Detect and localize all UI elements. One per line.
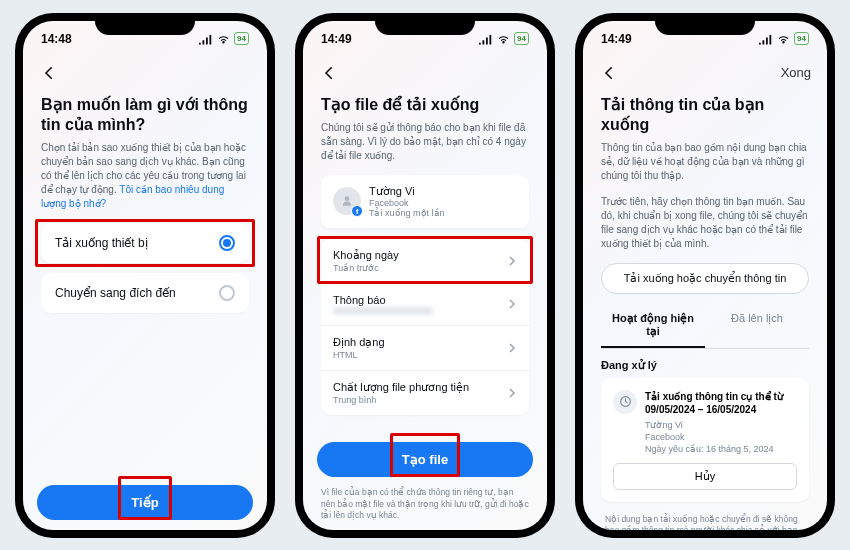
row-value (333, 307, 433, 315)
tab-bar: Hoạt động hiện tại Đã lên lịch (601, 304, 809, 349)
nav-bar (303, 57, 547, 87)
clock-icon (613, 390, 637, 414)
profile-platform: Facebook (369, 198, 445, 208)
option-label: Chuyển sang đích đến (55, 286, 176, 300)
row-label: Thông báo (333, 294, 433, 306)
page-description: Chúng tôi sẽ gửi thông báo cho bạn khi f… (321, 121, 529, 163)
status-time: 14:49 (601, 32, 632, 46)
profile-row[interactable]: f Tường Vi Facebook Tải xuống một lần (321, 175, 529, 229)
radio-unselected (219, 285, 235, 301)
avatar: f (333, 187, 361, 215)
page-description-1: Thông tin của bạn bao gồm nội dung bạn c… (601, 141, 809, 183)
status-right: 94 (759, 32, 809, 45)
row-label: Định dạng (333, 336, 385, 349)
battery-icon: 94 (514, 32, 529, 45)
radio-selected (219, 235, 235, 251)
nav-bar: Xong (583, 57, 827, 87)
create-file-button[interactable]: Tạo file (317, 442, 533, 477)
row-notification[interactable]: Thông báo (321, 284, 529, 326)
status-time: 14:48 (41, 32, 72, 46)
option-label: Tải xuống thiết bị (55, 236, 148, 250)
row-label: Chất lượng file phương tiện (333, 381, 469, 394)
tab-current-activity[interactable]: Hoạt động hiện tại (601, 304, 705, 348)
status-right: 94 (199, 32, 249, 45)
back-arrow-icon (320, 64, 338, 82)
chevron-right-icon (507, 343, 517, 353)
done-button[interactable]: Xong (781, 65, 811, 80)
back-arrow-icon (40, 64, 58, 82)
option-transfer-destination[interactable]: Chuyển sang đích đến (41, 273, 249, 313)
cancel-button[interactable]: Hủy (613, 463, 797, 490)
tab-scheduled[interactable]: Đã lên lịch (705, 304, 809, 348)
settings-list: Khoảng ngày Tuần trước Thông báo (321, 239, 529, 415)
back-arrow-icon (600, 64, 618, 82)
chevron-right-icon (507, 299, 517, 309)
screen-1: 14:48 94 Bạn muốn làm gì với thông tin c… (23, 21, 267, 530)
signal-icon (759, 34, 773, 44)
signal-icon (199, 34, 213, 44)
profile-name: Tường Vi (369, 185, 445, 198)
row-value: Trung bình (333, 395, 469, 405)
processing-card: Tải xuống thông tin cụ thể từ 09/05/2024… (601, 378, 809, 502)
back-button[interactable] (39, 63, 59, 83)
phone-frame-2: 14:49 94 Tạo file để tải xuống Chúng tôi… (295, 13, 555, 538)
page-title: Tải thông tin của bạn xuống (601, 95, 809, 135)
row-format[interactable]: Định dạng HTML (321, 326, 529, 371)
processing-platform: Facebook (645, 431, 797, 443)
phone-notch (95, 13, 195, 35)
processing-date: Ngày yêu cầu: 16 tháng 5, 2024 (645, 443, 797, 455)
processing-title: Tải xuống thông tin cụ thể từ 09/05/2024… (645, 390, 797, 417)
back-button[interactable] (599, 63, 619, 83)
processing-name: Tường Vi (645, 419, 797, 431)
row-value: HTML (333, 350, 385, 360)
wifi-icon (497, 34, 510, 44)
processing-section-label: Đang xử lý (601, 359, 809, 372)
chevron-right-icon (507, 256, 517, 266)
wifi-icon (217, 34, 230, 44)
row-date-range[interactable]: Khoảng ngày Tuần trước (321, 239, 529, 284)
content-area: Tải thông tin của bạn xuống Thông tin củ… (583, 87, 827, 530)
next-button[interactable]: Tiếp (37, 485, 253, 520)
chevron-right-icon (507, 388, 517, 398)
phone-frame-3: 14:49 94 Xong Tải thông tin của bạn xuốn… (575, 13, 835, 538)
page-description: Chọn tải bản sao xuống thiết bị của bạn … (41, 141, 249, 211)
footer-note: Nội dung bạn tải xuống hoặc chuyển đi sẽ… (601, 514, 809, 530)
status-time: 14:49 (321, 32, 352, 46)
wifi-icon (777, 34, 790, 44)
screen-2: 14:49 94 Tạo file để tải xuống Chúng tôi… (303, 21, 547, 530)
status-right: 94 (479, 32, 529, 45)
profile-note: Tải xuống một lần (369, 208, 445, 218)
signal-icon (479, 34, 493, 44)
back-button[interactable] (319, 63, 339, 83)
footer-note: Vì file của bạn có thể chứa thông tin ri… (303, 487, 547, 529)
phone-notch (655, 13, 755, 35)
content-area: Bạn muốn làm gì với thông tin của mình? … (23, 87, 267, 479)
battery-icon: 94 (234, 32, 249, 45)
page-description-2: Trước tiên, hãy chọn thông tin bạn muốn.… (601, 195, 809, 251)
option-download-device[interactable]: Tải xuống thiết bị (41, 223, 249, 263)
row-media-quality[interactable]: Chất lượng file phương tiện Trung bình (321, 371, 529, 415)
download-transfer-button[interactable]: Tải xuống hoặc chuyển thông tin (601, 263, 809, 294)
page-title: Tạo file để tải xuống (321, 95, 529, 115)
page-title: Bạn muốn làm gì với thông tin của mình? (41, 95, 249, 135)
screen-3: 14:49 94 Xong Tải thông tin của bạn xuốn… (583, 21, 827, 530)
content-area: Tạo file để tải xuống Chúng tôi sẽ gửi t… (303, 87, 547, 437)
phone-notch (375, 13, 475, 35)
facebook-badge-icon: f (351, 205, 363, 217)
nav-bar (23, 57, 267, 87)
profile-card: f Tường Vi Facebook Tải xuống một lần (321, 175, 529, 229)
battery-icon: 94 (794, 32, 809, 45)
row-value: Tuần trước (333, 263, 399, 273)
row-label: Khoảng ngày (333, 249, 399, 262)
phone-frame-1: 14:48 94 Bạn muốn làm gì với thông tin c… (15, 13, 275, 538)
